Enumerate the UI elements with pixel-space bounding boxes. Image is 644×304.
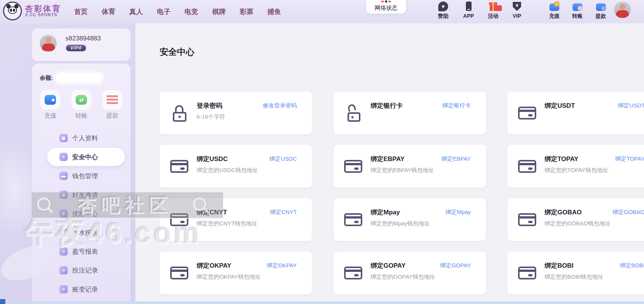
card-subtitle: 绑定您的OKPAY钱包地址: [197, 273, 261, 281]
network-status-label: 网络状态: [366, 5, 406, 12]
watermark-domain-text: 午夜46.com: [24, 214, 202, 253]
wallet-action-充值[interactable]: 充值: [40, 90, 60, 120]
sidebar-item-钱包管理[interactable]: ▬钱包管理: [47, 167, 125, 185]
card-subtitle: 绑定您的Mpay钱包地址: [371, 220, 430, 227]
wallet-action-提款[interactable]: 提款: [102, 90, 122, 120]
deposit-icon: [45, 95, 56, 105]
brand-name: 杏彩体育: [25, 5, 61, 13]
withdraw-wallet-icon: [596, 1, 606, 12]
wallet-action-label: 转账: [71, 112, 91, 120]
quick-action-赞助[interactable]: 赞助: [432, 1, 455, 20]
user-avatar[interactable]: [614, 2, 631, 18]
sidebar-item-账变记录[interactable]: ≡账变记录: [47, 280, 125, 298]
security-card-绑定Mpay: 绑定Mpay 绑定您的Mpay钱包地址 绑定Mpay: [334, 198, 486, 241]
bottom-edge-strip: [0, 301, 644, 304]
bank-card-icon: [344, 213, 362, 226]
sidebar-item-label: 投注记录: [72, 266, 98, 275]
card-subtitle: 绑定您的CNYT钱包地址: [197, 220, 258, 227]
security-card-绑定BOBI: 绑定BOBI 绑定您的BOBI钱包地址 绑定BOBI: [507, 251, 644, 294]
bank-card-icon: [170, 160, 188, 173]
quick-action-label: 活动: [482, 13, 504, 20]
bottom-corner-accent: [0, 299, 5, 304]
quick-action-充值[interactable]: 充值: [543, 1, 566, 20]
card-title: 绑定TOPAY: [545, 155, 578, 163]
nav-link-5[interactable]: 电竞: [185, 7, 198, 16]
card-action-link[interactable]: 绑定USDC: [269, 155, 297, 163]
bank-card-icon: [344, 267, 362, 279]
card-subtitle: 绑定您的GOBAO钱包地址: [545, 220, 611, 227]
nav-link-1[interactable]: 首页: [74, 7, 88, 16]
page-title: 安全中心: [160, 46, 194, 58]
card-subtitle: 绑定您的EBPAY钱包地址: [371, 167, 434, 174]
page: 杏彩体育 X.CC SPORTS 首页体育真人电子电竞棋牌彩票捕鱼 网络状态 赞…: [0, 0, 644, 304]
card-subtitle: 6-16个字符: [197, 113, 225, 121]
bank-card-icon: [518, 160, 536, 173]
wallet-action-label: 充值: [40, 112, 60, 120]
card-title: 登录密码: [197, 101, 222, 110]
brand-logo[interactable]: 杏彩体育 X.CC SPORTS: [3, 2, 61, 20]
security-card-绑定银行卡: 绑定银行卡 绑定银行卡: [334, 92, 486, 134]
card-action-link[interactable]: 绑定GOPAY: [440, 262, 471, 269]
card-action-link[interactable]: 绑定CNYT: [270, 209, 297, 216]
brand-subtitle: X.CC SPORTS: [25, 13, 61, 17]
card-action-link[interactable]: 绑定银行卡: [442, 102, 471, 109]
quick-action-提款[interactable]: 提款: [590, 1, 612, 20]
wallet-icon: ▬: [59, 172, 68, 180]
sidebar-item-label: 安全中心: [72, 153, 98, 161]
sidebar: 余额: 充值⇄转账提款 ▣个人资料+安全中心▬钱包管理◆好友邀请¥优惠中心▼返水…: [32, 64, 130, 304]
quick-action-label: 赞助: [432, 13, 455, 20]
wallet-actions: 充值⇄转账提款: [32, 90, 130, 120]
card-subtitle: 绑定您的USDC钱包地址: [197, 167, 258, 174]
quick-action-label: 转账: [566, 13, 589, 20]
card-action-link[interactable]: 绑定USDT: [618, 102, 644, 109]
sidebar-avatar[interactable]: [40, 35, 57, 52]
card-title: 绑定GOBAO: [545, 208, 582, 217]
top-navbar: 杏彩体育 X.CC SPORTS 首页体育真人电子电竞棋牌彩票捕鱼 网络状态 赞…: [0, 0, 644, 23]
quick-action-APP[interactable]: APP: [457, 1, 480, 19]
nav-link-8[interactable]: 捕鱼: [267, 7, 281, 16]
nav-link-3[interactable]: 真人: [129, 7, 143, 16]
promotions-gift-icon: [488, 1, 498, 12]
card-action-link[interactable]: 绑定BOBI: [620, 262, 644, 269]
sidebar-item-投注记录[interactable]: ≡投注记录: [47, 261, 125, 279]
card-subtitle: 绑定您的BOBI钱包地址: [545, 273, 604, 281]
security-shield-icon: +: [59, 153, 68, 161]
card-action-link[interactable]: 绑定TOPAY: [615, 155, 644, 163]
security-cards-grid: 登录密码 6-16个字符 修改登录密码 绑定银行卡 绑定银行卡 绑定USDT 绑…: [160, 92, 644, 294]
card-subtitle: 绑定您的GOPAY钱包地址: [371, 273, 435, 281]
wallet-action-转账[interactable]: ⇄转账: [71, 90, 91, 120]
card-action-link[interactable]: 绑定OKPAY: [267, 262, 297, 269]
vip-badge: VIP0: [65, 44, 87, 52]
nav-link-7[interactable]: 彩票: [240, 7, 253, 16]
card-title: 绑定EBPAY: [371, 155, 405, 163]
panda-logo-icon: [3, 2, 22, 20]
card-action-link[interactable]: 绑定GOBAO: [613, 209, 644, 216]
bet-records-icon: ≡: [59, 266, 68, 275]
deposit-wallet-icon: [549, 1, 560, 12]
card-subtitle: 绑定您的TOPAY钱包地址: [545, 167, 608, 174]
sidebar-item-label: 账变记录: [72, 285, 98, 294]
transfer-icon: ⇄: [76, 95, 87, 105]
quick-action-VIP[interactable]: VIP: [506, 1, 528, 19]
card-action-link[interactable]: 绑定Mpay: [445, 209, 471, 216]
sidebar-user-card: s823894883 VIP0: [32, 28, 130, 61]
quick-action-活动[interactable]: 活动: [482, 1, 504, 20]
security-card-绑定USDC: 绑定USDC 绑定您的USDC钱包地址 绑定USDC: [160, 145, 312, 188]
card-title: 绑定USDC: [197, 155, 228, 163]
card-action-link[interactable]: 绑定EBPAY: [441, 155, 471, 163]
security-card-绑定GOBAO: 绑定GOBAO 绑定您的GOBAO钱包地址 绑定GOBAO: [507, 198, 644, 241]
card-title: 绑定BOBI: [545, 261, 574, 270]
nav-link-2[interactable]: 体育: [102, 7, 115, 16]
card-action-link[interactable]: 修改登录密码: [263, 102, 297, 109]
network-status-chip[interactable]: 网络状态: [366, 0, 406, 14]
magnifier-icon: [193, 197, 209, 213]
quick-action-转账[interactable]: 转账: [566, 1, 589, 20]
card-title: 绑定GOPAY: [371, 261, 406, 270]
balance-value-redacted: [56, 73, 102, 82]
unlock-icon: [346, 104, 364, 122]
sidebar-item-个人资料[interactable]: ▣个人资料: [47, 129, 125, 147]
security-card-绑定OKPAY: 绑定OKPAY 绑定您的OKPAY钱包地址 绑定OKPAY: [160, 251, 312, 294]
nav-link-6[interactable]: 棋牌: [212, 7, 226, 16]
nav-link-4[interactable]: 电子: [157, 7, 171, 16]
sidebar-item-安全中心[interactable]: +安全中心: [47, 148, 125, 166]
